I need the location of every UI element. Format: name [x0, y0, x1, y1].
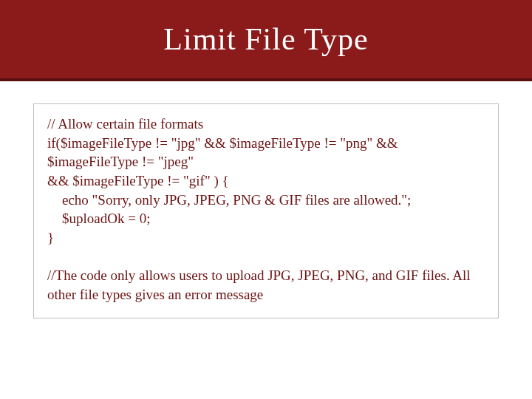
slide-header: Limit File Type — [0, 0, 532, 81]
blank-line — [47, 247, 485, 266]
code-comment-2: //The code only allows users to upload J… — [47, 266, 485, 304]
content-area: // Allow certain file formats if($imageF… — [0, 81, 532, 341]
code-if-line-1: if($imageFileType != "jpg" && $imageFile… — [47, 134, 485, 171]
code-comment-1: // Allow certain file formats — [47, 115, 485, 134]
code-close-brace: } — [47, 228, 485, 248]
code-if-line-2: && $imageFileType != "gif" ) { — [47, 171, 485, 191]
code-echo: echo "Sorry, only JPG, JPEG, PNG & GIF f… — [47, 191, 485, 210]
slide-title: Limit File Type — [163, 21, 368, 57]
code-assign: $uploadOk = 0; — [47, 209, 485, 228]
code-box: // Allow certain file formats if($imageF… — [33, 103, 499, 318]
